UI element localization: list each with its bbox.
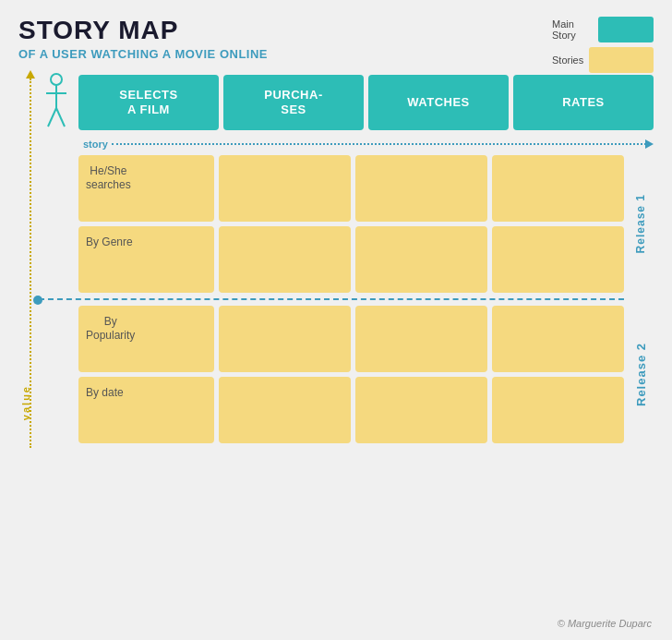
map-area: value xyxy=(18,70,654,448)
row-label-cell xyxy=(39,155,74,222)
story-row-popularity: ByPopularity xyxy=(39,306,624,372)
story-card-popularity-3[interactable] xyxy=(355,306,487,372)
page-container: STORY MAP OF A USER WATCHING A MOVIE ONL… xyxy=(0,0,672,640)
value-axis-label: value xyxy=(20,385,31,420)
row-label-cell xyxy=(39,306,74,372)
yellow-cards-searches: He/Shesearches xyxy=(78,155,624,222)
story-card-searches-3[interactable] xyxy=(355,155,487,222)
header-cards: SELECTSA FILM PURCHA-SES WATCHES RATES xyxy=(78,75,654,130)
svg-line-3 xyxy=(48,108,56,127)
story-card-searches-2[interactable] xyxy=(219,155,351,222)
story-card-genre-2[interactable] xyxy=(219,226,351,293)
story-axis-label: story xyxy=(83,139,108,150)
story-card-popularity-2[interactable] xyxy=(219,306,351,372)
legend-box-teal xyxy=(598,17,654,42)
header-card-rates: RATES xyxy=(513,75,654,130)
story-card-date-4[interactable] xyxy=(492,377,624,443)
legend-box-yellow xyxy=(589,47,654,73)
yellow-cards-date: By date xyxy=(78,377,624,443)
row-label-cell xyxy=(39,226,74,293)
story-axis: story xyxy=(39,139,654,150)
legend-item-stories: Stories xyxy=(552,47,654,73)
header-card-purchases: PURCHA-SES xyxy=(223,75,364,130)
release-divider xyxy=(39,298,624,300)
svg-line-4 xyxy=(56,108,65,127)
legend: Main Story Stories xyxy=(552,17,654,73)
release-1-label: Release 1 xyxy=(634,194,647,253)
story-row-searches: He/Shesearches xyxy=(39,155,624,222)
story-card-genre-1[interactable]: By Genre xyxy=(78,226,214,293)
release-1-section: He/Shesearches By Genre xyxy=(39,155,624,293)
content-area: SELECTSA FILM PURCHA-SES WATCHES RATES s… xyxy=(39,70,654,448)
value-axis: value xyxy=(18,70,39,448)
story-card-genre-4[interactable] xyxy=(492,226,624,293)
legend-item-main-story: Main Story xyxy=(552,17,654,42)
legend-label-stories: Stories xyxy=(552,54,583,66)
copyright: © Marguerite Duparc xyxy=(558,618,652,629)
divider-dot-icon xyxy=(33,296,42,305)
yellow-cards-genre: By Genre xyxy=(78,226,624,293)
release-2-label: Release 2 xyxy=(634,343,648,406)
header-card-selects: SELECTSA FILM xyxy=(78,75,219,130)
story-row-genre: By Genre xyxy=(39,226,624,293)
story-row-date: By date xyxy=(39,377,624,443)
legend-label-main-story: Main Story xyxy=(552,18,593,41)
story-card-date-3[interactable] xyxy=(355,377,487,443)
person-icon xyxy=(39,70,74,135)
header-card-watches: WATCHES xyxy=(368,75,509,130)
story-axis-arrow-icon xyxy=(645,139,654,149)
svg-point-0 xyxy=(51,74,62,85)
story-card-genre-3[interactable] xyxy=(355,226,487,293)
story-card-popularity-4[interactable] xyxy=(492,306,624,372)
story-card-date-2[interactable] xyxy=(219,377,351,443)
story-card-date-1[interactable]: By date xyxy=(78,377,214,443)
story-card-searches-4[interactable] xyxy=(492,155,624,222)
story-axis-line xyxy=(112,143,646,145)
yellow-cards-popularity: ByPopularity xyxy=(78,306,624,372)
story-card-searches-1[interactable]: He/Shesearches xyxy=(78,155,214,222)
up-arrow-icon xyxy=(26,70,35,78)
row-label-cell xyxy=(39,377,74,443)
grid-main: He/Shesearches By Genre xyxy=(39,155,624,448)
story-header-row: SELECTSA FILM PURCHA-SES WATCHES RATES xyxy=(39,70,654,135)
release-2-section: ByPopularity By date xyxy=(39,306,624,443)
story-card-popularity-1[interactable]: ByPopularity xyxy=(78,306,214,372)
grid-wrapper: He/Shesearches By Genre xyxy=(39,155,654,448)
